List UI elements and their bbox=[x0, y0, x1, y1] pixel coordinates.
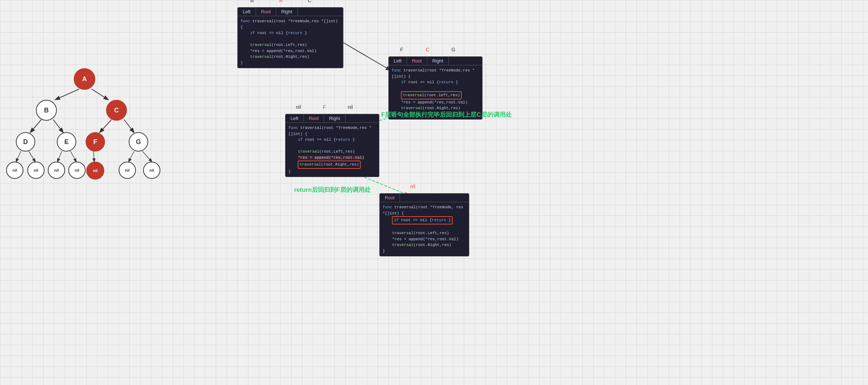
node-E: E bbox=[57, 132, 76, 152]
annotation-F-to-C: F层语句全部执行完毕后回归到上层C层的调用处 bbox=[381, 111, 512, 119]
node-A: A bbox=[74, 68, 95, 90]
tab-label-F3: F bbox=[311, 104, 337, 110]
code-body-3: func traversal(root *TreeNode,res *[]int… bbox=[285, 123, 379, 177]
tab-label-B: B bbox=[238, 0, 266, 3]
code-card-A: B A C Left Root Right func traversal(roo… bbox=[237, 7, 343, 68]
svg-line-9 bbox=[70, 151, 76, 162]
tab-label-C: C bbox=[295, 0, 324, 3]
tab-row: Left Root Right bbox=[238, 8, 343, 16]
node-C: C bbox=[106, 100, 127, 121]
code-card-C: F C G Left Root Right func traversal(roo… bbox=[388, 56, 483, 120]
code-card-F: nil F nil Left Root Right func traversal… bbox=[285, 114, 379, 177]
svg-line-3 bbox=[53, 120, 63, 132]
node-nil6: nil bbox=[119, 162, 136, 179]
tab-Right[interactable]: Right bbox=[276, 8, 297, 16]
code-body-4: func traversal(root *TreeNode, res *[]in… bbox=[380, 202, 469, 256]
tab-label-C2: C bbox=[415, 47, 440, 52]
tab-Left[interactable]: Left bbox=[238, 8, 256, 16]
tab-label-G2: G bbox=[440, 47, 466, 52]
svg-line-12 bbox=[142, 151, 152, 162]
tab-Root-2[interactable]: Root bbox=[407, 57, 427, 65]
tab-label-A: A bbox=[266, 0, 295, 3]
svg-line-0 bbox=[56, 89, 79, 99]
svg-line-6 bbox=[16, 151, 21, 162]
tab-Left-2[interactable]: Left bbox=[389, 57, 407, 65]
tab-label-nil1: nil bbox=[285, 104, 311, 110]
tab-Right-3[interactable]: Right bbox=[324, 114, 345, 122]
node-D: D bbox=[16, 132, 35, 152]
svg-line-10 bbox=[93, 151, 94, 162]
node-B: B bbox=[36, 100, 57, 121]
tab-Right-2[interactable]: Right bbox=[427, 57, 448, 65]
svg-line-8 bbox=[58, 151, 62, 162]
annotation-return-to-F: return后回归到F层的调用处 bbox=[294, 186, 371, 194]
tab-label-nil3: nil bbox=[410, 184, 415, 189]
node-nil1: nil bbox=[6, 162, 23, 179]
svg-line-11 bbox=[129, 151, 134, 162]
svg-line-7 bbox=[29, 151, 35, 162]
tab-row-3: Left Root Right bbox=[285, 114, 379, 123]
node-nil4: nil bbox=[68, 162, 86, 179]
tab-Root-4[interactable]: Root bbox=[380, 194, 400, 202]
tab-Root[interactable]: Root bbox=[256, 8, 276, 16]
svg-line-4 bbox=[100, 120, 111, 132]
svg-line-5 bbox=[124, 120, 134, 132]
node-nil5: nil bbox=[86, 162, 104, 180]
node-nil3: nil bbox=[48, 162, 65, 179]
svg-line-1 bbox=[92, 89, 108, 99]
code-card-nil: nil Root func traversal(root *TreeNode, … bbox=[379, 193, 469, 256]
svg-line-13 bbox=[338, 40, 390, 70]
tab-label-nil2: nil bbox=[337, 104, 363, 110]
node-F: F bbox=[86, 132, 105, 152]
tab-row-2: Left Root Right bbox=[389, 57, 482, 65]
svg-line-2 bbox=[31, 120, 41, 132]
tab-row-4: Root bbox=[380, 194, 469, 202]
node-G: G bbox=[129, 132, 148, 152]
tab-Left-3[interactable]: Left bbox=[285, 114, 304, 122]
node-nil7: nil bbox=[143, 162, 160, 179]
code-body: func traversal(root *TreeNode,res *[]int… bbox=[238, 16, 343, 68]
node-nil2: nil bbox=[27, 162, 45, 179]
tab-Root-3[interactable]: Root bbox=[304, 114, 324, 122]
tab-label-F2: F bbox=[389, 47, 415, 52]
